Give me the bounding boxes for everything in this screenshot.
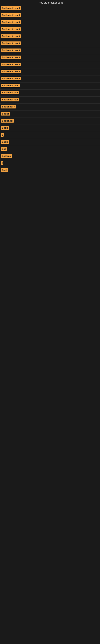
bottleneck-badge[interactable]: Bottleneck result <box>1 77 21 80</box>
badge-row: Bottleneck result <box>0 76 100 82</box>
badge-row: B <box>0 132 100 139</box>
bottleneck-badge[interactable]: Bottleneck resu <box>1 91 19 94</box>
bottleneck-badge[interactable]: Bottl <box>1 168 8 172</box>
badge-row: Bottleneck result <box>0 12 100 19</box>
bottleneck-badge[interactable]: Bottleneck result <box>1 70 21 73</box>
bottleneck-badge[interactable]: Bottleneck r <box>1 105 16 108</box>
badge-row: Bottleneck result <box>0 26 100 33</box>
bottleneck-badge[interactable]: Bottleneck result <box>1 6 21 10</box>
bottleneck-badge[interactable]: Bottleneck result <box>1 42 21 45</box>
bottleneck-badge[interactable]: Bottle <box>1 140 9 144</box>
bottleneck-badge[interactable]: Bottlene <box>1 154 12 158</box>
badge-row: Bottleneck result <box>0 68 100 76</box>
bottleneck-badge[interactable]: Bottle <box>1 126 9 130</box>
badge-row: Bottleneck result <box>0 5 100 12</box>
bottleneck-badge[interactable]: Bottleneck result <box>1 13 21 17</box>
badge-row: Bottl <box>0 167 100 174</box>
badge-row: Bottleneck result <box>0 62 100 68</box>
bottleneck-badge[interactable]: B <box>1 133 3 137</box>
badge-row: Bottleneck result <box>0 54 100 62</box>
badge-row: Bottleneck resu <box>0 90 100 96</box>
bottleneck-badge[interactable]: Bottleneck result <box>1 62 21 66</box>
badge-row: Bottler <box>0 111 100 118</box>
badge-row: Bottle <box>0 139 100 146</box>
bottleneck-badge[interactable]: Bottleneck resu <box>1 98 19 102</box>
bottleneck-badge[interactable]: Bot <box>1 147 7 151</box>
bottleneck-badge[interactable]: Bottleneck result <box>1 20 21 24</box>
bottleneck-badge[interactable]: Bottleneck result <box>1 34 21 38</box>
badge-row: Bottleneck result <box>0 33 100 40</box>
badge-row: Bottle <box>0 125 100 132</box>
bottleneck-badge[interactable]: Bottleneck result <box>1 56 21 59</box>
badge-row: Bottleneck resu <box>0 96 100 104</box>
bottleneck-badge[interactable]: Bottleneck <box>1 119 14 122</box>
bottleneck-badge[interactable]: Bottler <box>1 112 10 116</box>
bottleneck-badge[interactable]: B <box>1 161 3 165</box>
bottleneck-badge[interactable]: Bottleneck result <box>1 27 21 31</box>
badge-row: Bottleneck result <box>0 19 100 26</box>
badge-row: Bottleneck result <box>0 47 100 54</box>
bottleneck-badge[interactable]: Bottleneck result <box>1 48 21 52</box>
badge-row: Bot <box>0 146 100 153</box>
bottleneck-badge[interactable]: Bottleneck resu <box>1 84 20 87</box>
badge-row: Bottleneck r <box>0 104 100 111</box>
badge-row: B <box>0 160 100 167</box>
badge-row: Bottleneck <box>0 118 100 125</box>
badge-row: Bottleneck resu <box>0 82 100 90</box>
badge-row: Bottleneck result <box>0 40 100 47</box>
badge-row: Bottlene <box>0 153 100 160</box>
site-title: TheBottlenecker.com <box>0 0 100 5</box>
